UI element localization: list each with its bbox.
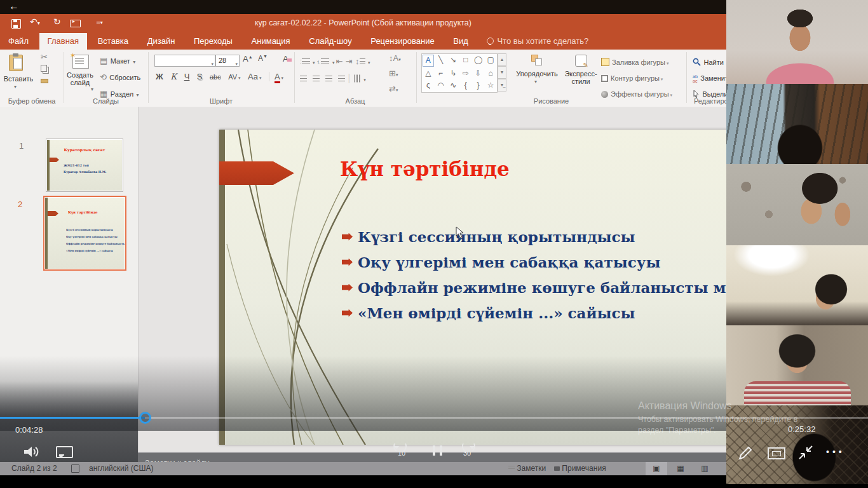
slide-sorter-view-button[interactable]: ▦ xyxy=(670,462,691,475)
text-direction-icon[interactable]: ↕А▾ xyxy=(389,53,401,63)
shape-outline-button[interactable]: Контур фигуры ▾ xyxy=(601,72,663,83)
paste-button[interactable]: Вставить xyxy=(0,75,37,83)
participant-video-1[interactable] xyxy=(726,0,868,84)
strikethrough-button[interactable]: abc xyxy=(210,73,221,81)
text-shadow-button[interactable]: S xyxy=(197,72,203,81)
pause-button[interactable] xyxy=(430,445,444,458)
tab-slideshow[interactable]: Слайд-шоу xyxy=(301,33,360,50)
justify-icon[interactable] xyxy=(338,76,345,81)
rounded-rectangle-shape-icon[interactable]: ▢ xyxy=(484,54,497,67)
clear-formatting-icon[interactable]: А xyxy=(283,54,292,64)
normal-view-button[interactable]: ▣ xyxy=(646,462,667,475)
rectangle-shape-icon[interactable]: □ xyxy=(459,54,472,67)
freeform-shape-icon[interactable]: ⌂ xyxy=(484,67,497,80)
layout-button[interactable]: ▤ Макет ▾ xyxy=(100,55,135,66)
comments-toggle[interactable]: Примечания xyxy=(554,464,606,473)
tab-view[interactable]: Вид xyxy=(445,33,477,50)
italic-button[interactable]: К xyxy=(170,72,177,81)
volume-icon[interactable] xyxy=(23,444,40,459)
captions-chat-icon[interactable] xyxy=(56,446,73,458)
font-size-combo[interactable]: 28▾ xyxy=(215,55,240,67)
arrange-button[interactable]: Упорядочить xyxy=(508,70,566,78)
smartart-convert-icon[interactable]: ⇄▾ xyxy=(389,84,398,93)
find-button[interactable]: Найти xyxy=(693,56,724,67)
bullets-icon[interactable] xyxy=(302,58,310,64)
grow-font-icon[interactable]: А▲ xyxy=(243,54,253,64)
participant-video-5[interactable] xyxy=(726,325,868,405)
down-arrow-shape-icon[interactable]: ⇩ xyxy=(472,67,485,80)
paste-icon[interactable] xyxy=(9,53,24,71)
numbering-icon[interactable] xyxy=(321,58,329,64)
participant-video-4[interactable] xyxy=(726,245,868,325)
columns-icon[interactable] xyxy=(354,75,360,83)
language-indicator[interactable]: английский (США) xyxy=(89,464,153,473)
shape-fill-button[interactable]: Заливка фигуры ▾ xyxy=(601,56,668,67)
arc-shape-icon[interactable]: ◠ xyxy=(435,79,447,92)
character-spacing-button[interactable]: AV ▾ xyxy=(228,73,240,81)
video-layout-icon[interactable] xyxy=(768,447,785,459)
font-name-combo[interactable]: ▾ xyxy=(154,55,215,67)
oval-shape-icon[interactable]: ◯ xyxy=(472,54,485,67)
bold-button[interactable]: Ж xyxy=(156,72,163,81)
right-arrow-shape-icon[interactable]: ⇨ xyxy=(459,67,472,80)
tab-animations[interactable]: Анимация xyxy=(243,33,299,50)
exit-fullscreen-icon[interactable] xyxy=(797,444,815,461)
left-brace-shape-icon[interactable]: { xyxy=(459,79,472,92)
replace-button[interactable]: abac Заменить xyxy=(693,72,726,83)
more-options-icon[interactable]: ••• xyxy=(826,447,845,457)
new-slide-dropdown-icon[interactable]: ▾ xyxy=(91,86,93,92)
annotate-pencil-icon[interactable] xyxy=(736,444,755,463)
align-center-icon[interactable] xyxy=(313,76,320,81)
tell-me-box[interactable]: Что вы хотите сделать? xyxy=(478,33,597,50)
new-slide-icon[interactable]: ✶ xyxy=(71,53,88,69)
tab-transitions[interactable]: Переходы xyxy=(186,33,241,50)
align-left-icon[interactable] xyxy=(300,76,307,81)
curve-shape-icon[interactable]: ∿ xyxy=(447,79,459,92)
tab-review[interactable]: Рецензирование xyxy=(362,33,442,50)
tab-file[interactable]: Файл xyxy=(0,33,37,50)
line-shape-icon[interactable]: ╲ xyxy=(435,54,447,67)
decrease-indent-icon[interactable]: ⇤ xyxy=(336,57,342,66)
seek-bar-knob[interactable] xyxy=(139,412,151,424)
arrow-shape-icon[interactable]: ↘ xyxy=(447,54,459,67)
right-brace-shape-icon[interactable]: } xyxy=(472,79,485,92)
participant-video-3[interactable] xyxy=(726,164,868,245)
copy-icon[interactable] xyxy=(41,65,47,72)
shapes-more[interactable]: ▼̲ xyxy=(498,79,506,92)
slide-thumbnail-2[interactable]: Күн тәртібінде Күзгі сессияның қорытынды… xyxy=(43,196,126,271)
cut-icon[interactable]: ✂ xyxy=(41,52,48,62)
star-shape-icon[interactable]: ☆ xyxy=(484,79,497,92)
notes-toggle[interactable]: Заметки xyxy=(508,464,546,473)
align-right-icon[interactable] xyxy=(325,76,332,81)
participant-video-2[interactable] xyxy=(726,84,868,164)
shapes-gallery[interactable]: A ╲ ↘ □ ◯ ▢ △ ⌐ ↳ ⇨ ⇩ ⌂ ς ◠ ∿ { } ☆ xyxy=(421,53,498,93)
shapes-scroll-down[interactable]: ▼ xyxy=(498,66,506,79)
quick-styles-icon[interactable]: ✎ xyxy=(575,55,587,67)
shrink-font-icon[interactable]: А▼ xyxy=(258,54,268,63)
tab-home[interactable]: Главная xyxy=(39,33,87,50)
forward-30-button[interactable]: 30 xyxy=(458,444,477,460)
new-slide-button[interactable]: Создать слайд xyxy=(62,71,98,86)
line-spacing-icon[interactable]: ↕ xyxy=(355,57,365,66)
arrange-icon[interactable] xyxy=(531,55,542,65)
triangle-shape-icon[interactable]: △ xyxy=(422,67,435,80)
tab-design[interactable]: Дизайн xyxy=(139,33,184,50)
elbow-arrow-shape-icon[interactable]: ↳ xyxy=(447,67,459,80)
reading-view-button[interactable]: ▥ xyxy=(694,462,715,475)
slide-thumbnail-1[interactable]: Кураторлық сағат ЖМ21-012 топ Куратор Ал… xyxy=(46,139,123,192)
change-case-button[interactable]: Аа ▾ xyxy=(248,72,262,81)
rewind-10-button[interactable]: 10 xyxy=(392,444,411,460)
tab-insert[interactable]: Вставка xyxy=(90,33,137,50)
align-text-icon[interactable]: ⊞▾ xyxy=(389,69,398,78)
scribble-shape-icon[interactable]: ς xyxy=(422,79,435,92)
underline-button[interactable]: Ч xyxy=(184,72,190,81)
back-icon[interactable]: ← xyxy=(9,1,19,12)
quick-styles-button[interactable]: Экспресс- стили xyxy=(564,70,597,85)
font-color-button[interactable]: А ▾ xyxy=(269,72,283,81)
textbox-shape-icon[interactable]: A xyxy=(423,55,434,67)
format-painter-icon[interactable] xyxy=(41,79,48,83)
paste-dropdown-icon[interactable]: ▾ xyxy=(14,84,17,90)
elbow-shape-icon[interactable]: ⌐ xyxy=(435,67,447,80)
increase-indent-icon[interactable]: ⇥ xyxy=(346,57,353,66)
shapes-scroll-up[interactable]: ▲ xyxy=(498,53,506,66)
